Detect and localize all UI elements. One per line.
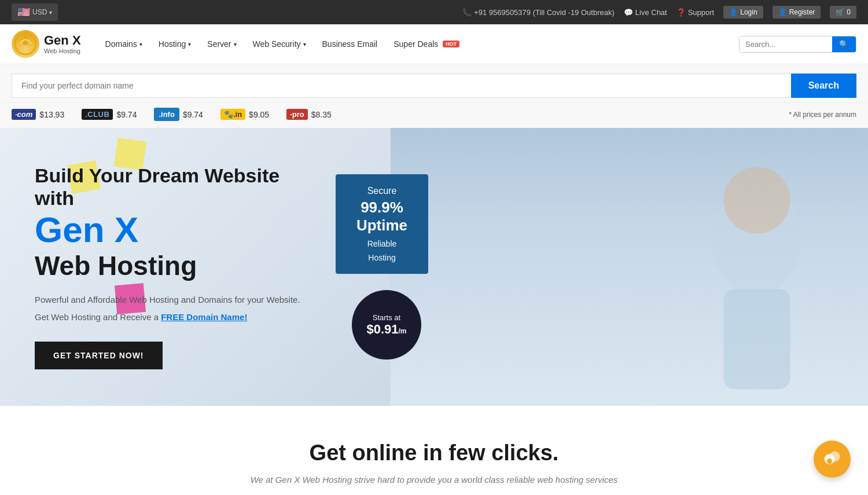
domain-search-bar: Search <box>0 64 868 103</box>
livechat-link[interactable]: 💬 Live Chat <box>624 8 667 17</box>
chevron-down-icon: ▾ <box>139 41 142 47</box>
svg-point-4 <box>723 167 790 233</box>
phone-link[interactable]: 📞 +91 9569505379 (Till Covid -19 Outbrea… <box>462 8 615 17</box>
tld-price-com: $13.93 <box>39 110 64 119</box>
tld-in: 🐾.in $9.05 <box>220 109 269 120</box>
tld-price-club: $9.74 <box>116 110 137 119</box>
register-icon: 👤 <box>778 8 787 16</box>
below-fold-heading: Get online in few clicks. <box>12 441 856 465</box>
flag-icon: 🇺🇸 <box>17 6 30 19</box>
tld-com: ·com $13.93 <box>12 109 64 120</box>
phone-number: +91 9569505379 (Till Covid -19 Outbreak) <box>474 8 615 17</box>
support-link[interactable]: ❓ Support <box>676 8 715 17</box>
below-fold-subtext: We at Gen X Web Hosting strive hard to p… <box>12 475 856 485</box>
support-label: Support <box>688 8 715 17</box>
hero-image-placeholder <box>391 128 868 406</box>
hero-image <box>391 128 868 406</box>
tld-price-pro: $8.35 <box>311 110 332 119</box>
hosting-label: Hosting <box>350 253 414 262</box>
tld-badge-info: .info <box>154 108 179 121</box>
tld-badge-com: ·com <box>12 109 36 120</box>
tld-badge-pro: ·pro <box>286 109 308 120</box>
nav-search-input[interactable] <box>740 36 832 52</box>
currency-selector[interactable]: 🇺🇸 USD ▾ <box>12 3 58 21</box>
nav-item-business-email[interactable]: Business Email <box>315 35 385 53</box>
cart-count: 0 <box>847 8 851 16</box>
tld-badge-club: .CLUB <box>82 109 113 120</box>
chevron-down-icon: ▾ <box>303 41 306 47</box>
currency-label: USD <box>32 8 47 16</box>
register-button[interactable]: 👤 Register <box>773 6 821 19</box>
tld-pro: ·pro $8.35 <box>286 109 332 120</box>
cart-button[interactable]: 🛒 0 <box>830 6 856 19</box>
starts-at-badge: Starts at $0.91/m <box>352 290 421 360</box>
phone-icon: 📞 <box>462 8 472 17</box>
starts-at-price: $0.91/m <box>366 322 406 337</box>
main-nav: Gen X Web Hosting Domains ▾ Hosting ▾ Se… <box>0 24 868 64</box>
free-domain-link[interactable]: FREE Domain Name! <box>161 312 247 322</box>
all-prices-note: * All prices per annum <box>789 111 856 119</box>
secure-label: Secure <box>350 186 414 196</box>
svg-point-1 <box>23 41 28 45</box>
tld-info: .info $9.74 <box>154 108 203 121</box>
chevron-down-icon: ▾ <box>188 41 191 47</box>
top-bar-left: 🇺🇸 USD ▾ <box>12 3 58 21</box>
nav-item-hosting[interactable]: Hosting ▾ <box>152 35 198 53</box>
get-started-button[interactable]: GET STARTED NOW! <box>35 342 163 369</box>
search-icon: 🔍 <box>839 40 849 49</box>
hero-headline: Build Your Dream Website with <box>35 164 324 210</box>
hot-badge: HOT <box>443 41 459 47</box>
nav-item-domains[interactable]: Domains ▾ <box>98 35 149 53</box>
chat-bubble-button[interactable] <box>814 441 851 478</box>
chat-icon <box>822 449 843 470</box>
chat-widget[interactable] <box>814 441 851 478</box>
reliable-label: Reliable <box>350 239 414 248</box>
domain-search-button[interactable]: Search <box>791 74 856 98</box>
tld-badge-in: 🐾.in <box>220 109 245 120</box>
top-bar-right: 📞 +91 9569505379 (Till Covid -19 Outbrea… <box>462 6 856 19</box>
tld-club: .CLUB $9.74 <box>82 109 137 120</box>
nav-search-button[interactable]: 🔍 <box>832 36 856 52</box>
nav-search-box: 🔍 <box>739 36 856 53</box>
hero-desc2: Get Web Hosting and Receive a FREE Domai… <box>35 310 324 324</box>
domain-search-input[interactable] <box>12 74 791 98</box>
hero-brand-name: Gen X <box>35 212 324 248</box>
below-fold-section: Get online in few clicks. We at Gen X We… <box>0 406 868 495</box>
nav-links: Domains ▾ Hosting ▾ Server ▾ Web Securit… <box>98 35 739 53</box>
chevron-down-icon: ▾ <box>234 41 237 47</box>
user-icon: 👤 <box>729 8 738 16</box>
logo[interactable]: Gen X Web Hosting <box>12 30 81 58</box>
logo-text: Gen X Web Hosting <box>44 34 81 54</box>
login-button[interactable]: 👤 Login <box>723 6 763 19</box>
svg-rect-3 <box>723 289 790 389</box>
tld-price-bar: ·com $13.93 .CLUB $9.74 .info $9.74 🐾.in… <box>0 103 868 128</box>
livechat-label: Live Chat <box>635 8 667 17</box>
svg-point-7 <box>827 459 832 464</box>
support-icon: ❓ <box>676 8 686 17</box>
tld-price-info: $9.74 <box>183 110 203 119</box>
hero-section: Build Your Dream Website with Gen X Web … <box>0 128 868 406</box>
tld-price-in: $9.05 <box>249 110 269 119</box>
top-bar: 🇺🇸 USD ▾ 📞 +91 9569505379 (Till Covid -1… <box>0 0 868 24</box>
uptime-label: Uptime <box>350 217 414 234</box>
logo-icon <box>12 30 39 58</box>
cart-icon: 🛒 <box>836 8 844 16</box>
uptime-badge: Secure 99.9% Uptime Reliable Hosting <box>336 174 428 274</box>
chevron-down-icon: ▾ <box>49 9 52 16</box>
nav-item-web-security[interactable]: Web Security ▾ <box>246 35 313 53</box>
chat-icon: 💬 <box>624 8 633 17</box>
nav-item-super-deals[interactable]: Super Deals HOT <box>387 35 466 53</box>
starts-at-label: Starts at <box>373 313 400 322</box>
hero-content: Build Your Dream Website with Gen X Web … <box>0 141 359 393</box>
hero-web-hosting: Web Hosting <box>35 250 324 281</box>
hero-desc1: Powerful and Affordable Web Hosting and … <box>35 293 324 307</box>
nav-item-server[interactable]: Server ▾ <box>200 35 243 53</box>
uptime-percent: 99.9% <box>350 199 414 217</box>
